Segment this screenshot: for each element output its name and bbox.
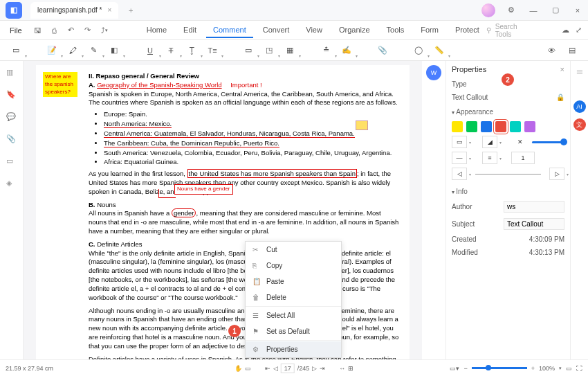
menu-edit[interactable]: Edit — [176, 23, 203, 38]
minimize-button[interactable]: — — [523, 2, 544, 19]
layers-icon[interactable]: ◈ — [6, 179, 17, 190]
ctx-properties[interactable]: ⚙Properties — [246, 341, 341, 357]
ai-badge-icon[interactable]: AI — [573, 100, 586, 113]
assistant-orb-icon[interactable] — [481, 3, 495, 17]
fill-color-picker[interactable]: ◢▾ — [482, 136, 497, 148]
attachments-icon[interactable]: 📎 — [6, 134, 17, 145]
search-tools[interactable]: ⚲ Search Tools — [486, 23, 520, 38]
ctx-set-default[interactable]: ⚑Set as Default — [246, 323, 341, 339]
select-cursor-icon[interactable]: ▭ — [245, 365, 251, 372]
textbox-tool-icon[interactable]: ▭▾ — [239, 43, 257, 58]
read-mode-icon[interactable]: ▭ — [566, 365, 572, 372]
expand-up-icon[interactable]: ⤢ — [573, 23, 584, 38]
hand-tool-icon[interactable]: ✋ — [235, 365, 242, 372]
highlight-tool-icon[interactable]: 🖍▾ — [64, 43, 82, 58]
print-icon[interactable]: ⎙ — [47, 23, 62, 38]
no-fill-icon[interactable]: ✕ — [513, 136, 528, 148]
comments-panel-icon[interactable]: ▤ — [563, 43, 581, 58]
last-page-icon[interactable]: ⇥ — [320, 365, 325, 372]
share-dropdown-icon[interactable]: ⤴▾ — [97, 23, 112, 38]
ctx-copy[interactable]: ⎘Copy — [246, 258, 341, 274]
swatch-green[interactable] — [466, 121, 477, 132]
area-highlight-icon[interactable]: ▦▾ — [281, 43, 299, 58]
stamp-tool-icon[interactable]: ≛▾ — [317, 43, 335, 58]
eraser-tool-icon[interactable]: ◧▾ — [105, 43, 123, 58]
settings-icon[interactable]: ⚙ — [501, 2, 522, 19]
close-panel-icon[interactable]: × — [560, 65, 564, 73]
ctx-delete[interactable]: 🗑Delete — [246, 289, 341, 305]
fit-page-icon[interactable]: ⊞ — [348, 365, 353, 372]
menu-convert[interactable]: Convert — [256, 23, 297, 38]
swatch-yellow[interactable] — [452, 121, 463, 132]
first-page-icon[interactable]: ⇤ — [265, 365, 270, 372]
hide-comments-icon[interactable]: 👁 — [542, 43, 560, 58]
fit-width-icon[interactable]: ↔ — [339, 365, 345, 372]
shapes-tool-icon[interactable]: ◯▾ — [410, 43, 428, 58]
swatch-red[interactable] — [495, 121, 506, 132]
opacity-slider[interactable] — [532, 141, 564, 143]
menu-tools[interactable]: Tools — [380, 23, 412, 38]
measure-tool-icon[interactable]: 📏▾ — [430, 43, 448, 58]
sticky-note-icon[interactable] — [356, 120, 368, 130]
author-input[interactable] — [504, 201, 564, 213]
file-menu[interactable]: File — [4, 26, 28, 35]
view-mode-icon[interactable]: ▭▾ — [450, 365, 459, 372]
menu-organize[interactable]: Organize — [332, 23, 377, 38]
zoom-value[interactable]: 100% — [539, 365, 555, 372]
callout-tool-icon[interactable]: ◳▾ — [260, 43, 278, 58]
ctx-cut[interactable]: ✂Cut — [246, 242, 341, 258]
fullscreen-icon[interactable]: ⛶ — [576, 365, 582, 372]
section-appearance[interactable]: Appearance — [452, 104, 564, 118]
menu-view[interactable]: View — [299, 23, 329, 38]
line-style-picker[interactable]: —▾ — [452, 152, 467, 164]
page-input[interactable]: 17 — [281, 364, 295, 373]
swatch-blue[interactable] — [481, 121, 492, 132]
subject-input[interactable] — [504, 218, 564, 230]
word-export-icon[interactable]: W — [426, 65, 441, 80]
section-info[interactable]: Info — [452, 183, 564, 198]
close-window-button[interactable]: × — [567, 2, 588, 19]
text-callout-annotation[interactable]: Nouns have a gender — [174, 184, 233, 195]
zoom-in-icon[interactable]: + — [531, 365, 535, 372]
highlight-note[interactable]: Where arethe spanishspeakers? — [43, 72, 77, 97]
start-arrow-picker[interactable]: ◁▾ — [452, 168, 467, 180]
thumbnails-icon[interactable]: ▥ — [6, 68, 17, 79]
caret-tool-icon[interactable]: T̬▾ — [183, 43, 201, 58]
replace-tool-icon[interactable]: T≡▾ — [203, 43, 221, 58]
redo-icon[interactable]: ↷ — [80, 23, 95, 38]
strikethrough-tool-icon[interactable]: T▾ — [162, 43, 180, 58]
translate-badge-icon[interactable]: 文 — [573, 118, 586, 131]
pencil-tool-icon[interactable]: ✎▾ — [84, 43, 102, 58]
signature-tool-icon[interactable]: ✍▾ — [338, 43, 356, 58]
border-color-picker[interactable]: ▭▾ — [452, 136, 467, 148]
zoom-out-icon[interactable]: − — [463, 365, 467, 372]
swatch-purple[interactable] — [524, 121, 535, 132]
menu-home[interactable]: Home — [140, 23, 174, 38]
select-tool-icon[interactable]: ▭▾ — [7, 43, 25, 58]
underline-tool-icon[interactable]: U▾ — [141, 43, 159, 58]
menu-protect[interactable]: Protect — [448, 23, 486, 38]
swatch-teal[interactable] — [510, 121, 521, 132]
next-page-icon[interactable]: ▷ — [312, 365, 317, 372]
attachment-tool-icon[interactable]: 📎 — [374, 43, 392, 58]
thickness-value[interactable]: 1 — [511, 152, 535, 164]
menu-form[interactable]: Form — [414, 23, 445, 38]
end-arrow-picker[interactable]: ▷▾ — [549, 168, 564, 180]
menu-comment[interactable]: Comment — [206, 23, 253, 38]
fields-icon[interactable]: ▭ — [6, 156, 17, 168]
save-icon[interactable]: 🖫 — [30, 23, 46, 38]
ctx-select-all[interactable]: ☰Select All — [246, 307, 341, 323]
close-tab-icon[interactable]: × — [107, 6, 111, 14]
comments-list-icon[interactable]: 💬 — [6, 112, 17, 123]
cloud-icon[interactable]: ☁ — [560, 23, 571, 38]
maximize-button[interactable]: ▢ — [545, 2, 566, 19]
lock-icon[interactable]: 🔒 — [556, 93, 564, 101]
prev-page-icon[interactable]: ◁ — [273, 365, 278, 372]
document-viewport[interactable]: Where arethe spanishspeakers? II. Repaso… — [24, 61, 422, 370]
document-tab[interactable]: learningspanish.pdf * × — [30, 2, 118, 19]
undo-icon[interactable]: ↶ — [64, 23, 79, 38]
bookmarks-icon[interactable]: 🔖 — [6, 90, 17, 101]
zoom-slider[interactable] — [472, 367, 527, 369]
sliders-icon[interactable]: ⚌ — [576, 66, 583, 75]
ctx-paste[interactable]: 📋Paste — [246, 274, 341, 289]
